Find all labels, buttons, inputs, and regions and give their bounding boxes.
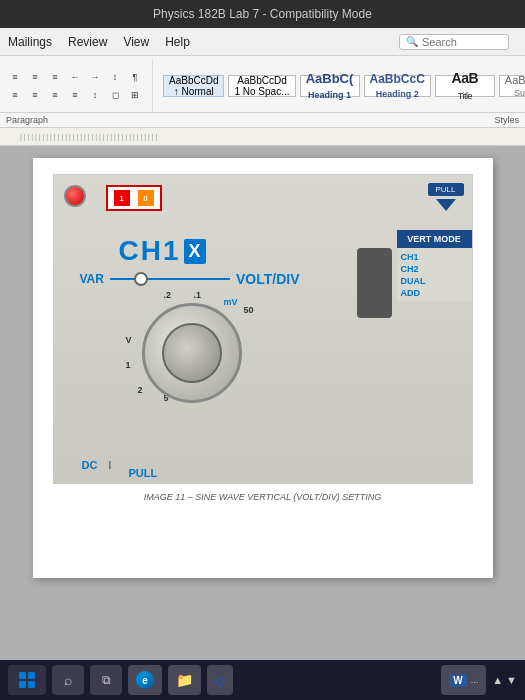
taskbar-task-view-btn[interactable]: ⧉ bbox=[90, 665, 122, 695]
list-bullet-btn[interactable]: ≡ bbox=[6, 69, 24, 85]
word-icon: W bbox=[449, 674, 466, 687]
ruler: | | | | | | | | | | | | | | | | | | | | … bbox=[0, 128, 525, 146]
menu-bar: Mailings Review View Help 🔍 bbox=[0, 28, 525, 56]
taskbar-folder-app[interactable]: 📁 bbox=[168, 665, 201, 695]
menu-help[interactable]: Help bbox=[165, 35, 190, 49]
sort-btn[interactable]: ↕ bbox=[106, 69, 124, 85]
title-label: AaBTitle bbox=[452, 70, 479, 102]
styles-label: Styles bbox=[494, 115, 519, 125]
start-button[interactable] bbox=[8, 665, 46, 695]
folder-icon: 📁 bbox=[176, 672, 193, 688]
decrease-indent-btn[interactable]: ← bbox=[66, 69, 84, 85]
dial-num-2b: 2 bbox=[138, 385, 143, 395]
align-justify-btn[interactable]: ≡ bbox=[66, 87, 84, 103]
dial-num-1b: 1 bbox=[126, 360, 131, 370]
var-label: VAR bbox=[80, 272, 104, 286]
heading2-label: AaBbCcCHeading 2 bbox=[370, 72, 425, 100]
ch1-text: CH1 bbox=[119, 235, 181, 267]
menu-mailings[interactable]: Mailings bbox=[8, 35, 52, 49]
taskbar-dropbox-app[interactable]: ◇ bbox=[207, 665, 233, 695]
vert-knob[interactable] bbox=[357, 248, 392, 318]
search-taskbar-icon: ⌕ bbox=[64, 672, 72, 688]
dial-num-1: .1 bbox=[194, 290, 202, 300]
var-line bbox=[110, 278, 230, 280]
style-no-spac[interactable]: AaBbCcDd1 No Spac... bbox=[228, 75, 295, 97]
dial-50: 50 bbox=[244, 305, 254, 315]
ch1x-label: CH1 X bbox=[119, 235, 206, 267]
windows-icon bbox=[19, 672, 35, 688]
dial-area: .2 .1 mV 50 V 1 2 5 bbox=[134, 295, 254, 405]
vert-options: CH1 CH2 DUAL ADD bbox=[397, 248, 472, 302]
align-right-btn[interactable]: ≡ bbox=[46, 87, 64, 103]
taskbar-word-app[interactable]: W ... bbox=[441, 665, 486, 695]
pull-arrow bbox=[436, 199, 456, 211]
title-text: Physics 182B Lab 7 - Compatibility Mode bbox=[153, 7, 372, 21]
pull-bottom-label: PULL bbox=[129, 467, 158, 479]
red-indicator bbox=[64, 185, 86, 207]
nospac-label: 1 No Spac... bbox=[234, 86, 289, 97]
x-box: X bbox=[184, 239, 206, 264]
scope-panel: 1 0 PULL CH1 X VAR bbox=[54, 175, 472, 483]
increase-indent-btn[interactable]: → bbox=[86, 69, 104, 85]
add-option[interactable]: ADD bbox=[401, 288, 468, 298]
dc-label: DC bbox=[82, 459, 98, 471]
menu-view[interactable]: View bbox=[123, 35, 149, 49]
paragraph-label: Paragraph bbox=[6, 115, 48, 125]
pull-button[interactable]: PULL bbox=[428, 183, 464, 196]
dial[interactable] bbox=[142, 303, 242, 403]
vert-mode-label: VERT MODE bbox=[397, 230, 472, 248]
toggle-group: 1 0 bbox=[106, 185, 162, 211]
heading1-label: AaBbC(Heading 1 bbox=[306, 71, 354, 101]
search-icon: 🔍 bbox=[406, 36, 418, 47]
styles-section: AaBbCcDd↑ Normal AaBbCcDd1 No Spac... Aa… bbox=[159, 75, 525, 97]
dial-inner bbox=[162, 323, 222, 383]
taskbar: ⌕ ⧉ e 📁 ◇ W ... ▲ ▼ bbox=[0, 660, 525, 700]
normal-label: ↑ Normal bbox=[174, 86, 214, 97]
taskbar-right: ▲ ▼ bbox=[492, 674, 517, 686]
taskbar-ie-app[interactable]: e bbox=[128, 665, 162, 695]
style-title[interactable]: AaBTitle bbox=[435, 75, 495, 97]
list-number-btn[interactable]: ≡ bbox=[26, 69, 44, 85]
style-normal[interactable]: AaBbCcDd↑ Normal bbox=[163, 75, 224, 97]
var-knob[interactable] bbox=[134, 272, 148, 286]
title-bar: Physics 182B Lab 7 - Compatibility Mode bbox=[0, 0, 525, 28]
document-area: 1 0 PULL CH1 X VAR bbox=[0, 146, 525, 678]
toggle-0[interactable]: 0 bbox=[138, 190, 154, 206]
word-app-label: ... bbox=[471, 675, 479, 685]
style-heading2[interactable]: AaBbCcCHeading 2 bbox=[364, 75, 431, 97]
ribbon: ≡ ≡ ≡ ← → ↕ ¶ ≡ ≡ ≡ ≡ ↕ ◻ ⊞ bbox=[0, 56, 525, 113]
lab-image: 1 0 PULL CH1 X VAR bbox=[53, 174, 473, 484]
ie-icon: e bbox=[136, 671, 154, 689]
line-spacing-btn[interactable]: ↕ bbox=[86, 87, 104, 103]
dual-option[interactable]: DUAL bbox=[401, 276, 468, 286]
search-input[interactable] bbox=[422, 36, 502, 48]
page: 1 0 PULL CH1 X VAR bbox=[33, 158, 493, 578]
ch1-option[interactable]: CH1 bbox=[401, 252, 468, 262]
list-multilevel-btn[interactable]: ≡ bbox=[46, 69, 64, 85]
search-box[interactable]: 🔍 bbox=[399, 34, 509, 50]
var-row: VAR VOLT/DIV bbox=[80, 271, 300, 287]
i-label: I bbox=[109, 460, 112, 471]
ch2-option[interactable]: CH2 bbox=[401, 264, 468, 274]
align-center-btn[interactable]: ≡ bbox=[26, 87, 44, 103]
borders-btn[interactable]: ⊞ bbox=[126, 87, 144, 103]
pilcrow-btn[interactable]: ¶ bbox=[126, 69, 144, 85]
dial-v: V bbox=[126, 335, 132, 345]
pull-area: PULL bbox=[428, 183, 464, 211]
taskbar-search-btn[interactable]: ⌕ bbox=[52, 665, 84, 695]
style-heading1[interactable]: AaBbC(Heading 1 bbox=[300, 75, 360, 97]
ribbon-labels: Paragraph Styles bbox=[0, 113, 525, 128]
menu-review[interactable]: Review bbox=[68, 35, 107, 49]
taskbar-clock: ▲ ▼ bbox=[492, 674, 517, 686]
dropbox-icon: ◇ bbox=[215, 673, 225, 688]
image-caption: IMAGE 11 – SINE WAVE VERTICAL (VOLT/DIV)… bbox=[144, 492, 381, 502]
style-subtitle[interactable]: AaBbCcDSubtitle bbox=[499, 75, 525, 97]
dial-num-2: .2 bbox=[164, 290, 172, 300]
dial-mv: mV bbox=[224, 297, 238, 307]
shading-btn[interactable]: ◻ bbox=[106, 87, 124, 103]
subtitle-label: AaBbCcDSubtitle bbox=[505, 74, 525, 98]
task-view-icon: ⧉ bbox=[102, 673, 111, 687]
toggle-1[interactable]: 1 bbox=[114, 190, 130, 206]
align-left-btn[interactable]: ≡ bbox=[6, 87, 24, 103]
paragraph-section: ≡ ≡ ≡ ← → ↕ ¶ ≡ ≡ ≡ ≡ ↕ ◻ ⊞ bbox=[6, 60, 153, 112]
